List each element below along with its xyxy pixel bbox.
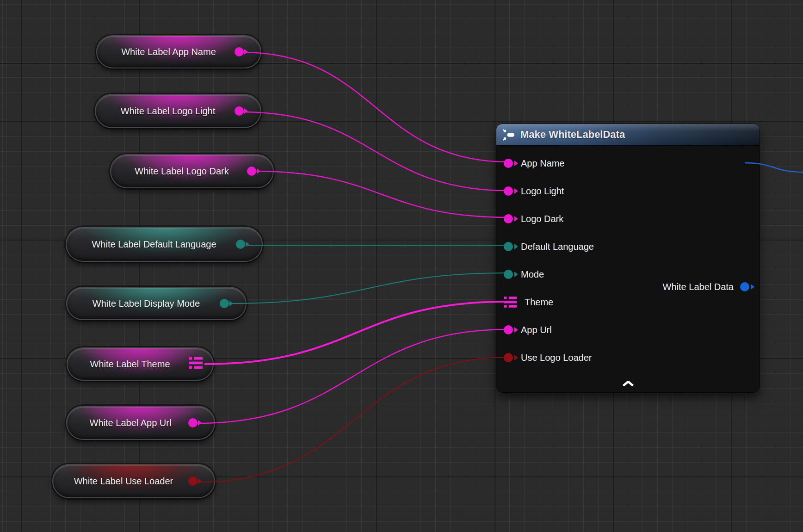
output-pin-app-url[interactable]	[188, 418, 198, 427]
input-pin-theme[interactable]	[504, 297, 517, 308]
input-pin-use-logo-loader[interactable]	[504, 353, 513, 362]
getter-label: White Label Default Language	[92, 239, 216, 250]
make-struct-icon	[503, 129, 515, 141]
getter-node-white-label-app-name[interactable]: White Label App Name	[96, 35, 261, 68]
getter-node-white-label-use-loader[interactable]: White Label Use Loader	[52, 464, 215, 498]
make-whitelabeldata-node[interactable]: Make WhiteLabelData App Name Logo Light …	[496, 124, 760, 392]
getter-label: White Label Logo Dark	[135, 166, 229, 177]
input-row-use-logo-loader: Use Logo Loader	[496, 344, 760, 371]
input-row-logo-dark: Logo Dark	[496, 205, 760, 233]
wire-theme[interactable]	[204, 302, 507, 364]
getter-label: White Label App Name	[121, 47, 216, 57]
output-row-white-label-data: White Label Data	[663, 273, 749, 301]
node-title: Make WhiteLabelData	[520, 129, 625, 141]
getter-node-white-label-app-url[interactable]: White Label App Url	[66, 406, 215, 440]
wire-logo-dark[interactable]	[254, 171, 509, 217]
input-pin-mode[interactable]	[504, 270, 513, 279]
input-row-default-language: Default Language	[496, 233, 760, 260]
output-pin-use-loader[interactable]	[188, 476, 198, 486]
struct-grid-icon	[189, 357, 203, 369]
input-pin-app-name[interactable]	[504, 159, 513, 168]
chevron-up-icon	[622, 381, 634, 386]
getter-label: White Label Use Loader	[74, 476, 173, 487]
getter-node-white-label-logo-dark[interactable]: White Label Logo Dark	[110, 154, 274, 188]
input-pin-logo-dark[interactable]	[504, 214, 513, 223]
struct-pin-theme[interactable]	[189, 357, 203, 371]
input-pin-app-url[interactable]	[504, 325, 513, 334]
getter-label: White Label Logo Light	[121, 106, 216, 117]
input-pin-list: App Name Logo Light Logo Dark Default La…	[496, 149, 760, 371]
struct-grid-icon	[504, 297, 517, 308]
wire-app-name[interactable]	[242, 52, 509, 162]
input-row-app-url: App Url	[496, 316, 760, 344]
getter-node-white-label-display-mode[interactable]: White Label Display Mode	[66, 287, 247, 320]
wire-mode[interactable]	[229, 273, 509, 303]
node-title-bar[interactable]: Make WhiteLabelData	[496, 124, 760, 146]
getter-node-white-label-logo-light[interactable]: White Label Logo Light	[95, 94, 261, 128]
input-row-logo-light: Logo Light	[496, 177, 760, 205]
input-pin-logo-light[interactable]	[504, 186, 513, 196]
getter-label: White Label Display Mode	[93, 298, 200, 309]
wire-logo-light[interactable]	[241, 112, 509, 191]
output-pin-default-language[interactable]	[236, 240, 245, 249]
graph-canvas[interactable]: White Label App Name White Label Logo Li…	[0, 0, 803, 532]
output-pin-app-name[interactable]	[235, 47, 244, 56]
output-pin-display-mode[interactable]	[220, 299, 229, 308]
getter-node-white-label-default-language[interactable]: White Label Default Language	[66, 227, 263, 262]
output-pin-logo-dark[interactable]	[247, 167, 256, 176]
collapse-chevron-button[interactable]	[619, 378, 637, 389]
getter-label: White Label Theme	[90, 359, 170, 370]
wire-use-logo-loader[interactable]	[200, 357, 509, 482]
input-row-app-name: App Name	[496, 149, 760, 177]
wire-app-url[interactable]	[198, 329, 509, 423]
output-pin-logo-light[interactable]	[235, 106, 244, 116]
getter-label: White Label App Url	[90, 418, 172, 428]
output-pin-white-label-data[interactable]	[740, 282, 749, 291]
getter-node-white-label-theme[interactable]: White Label Theme	[67, 347, 214, 381]
input-pin-default-language[interactable]	[504, 242, 513, 251]
